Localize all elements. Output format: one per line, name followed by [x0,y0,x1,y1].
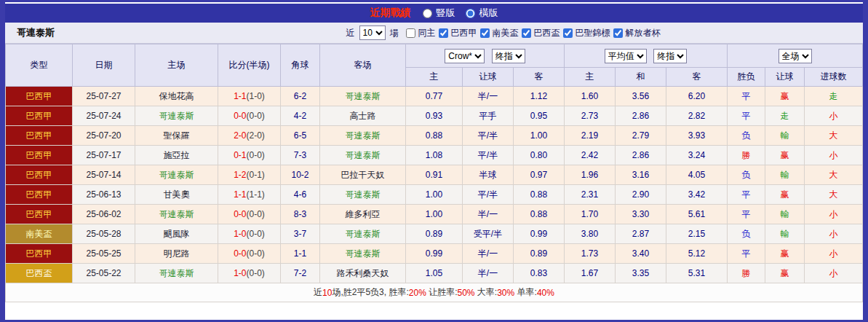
table-row: 巴西甲25-07-14哥連泰斯1-2(0-1)10-2巴拉干天奴0.91半球0.… [6,165,863,185]
away-odds-cell: 1.12 [514,87,565,106]
home-team-cell[interactable]: 保地花高 [135,87,218,106]
corner-cell: 10-2 [281,165,320,185]
home-team-cell[interactable]: 聖保羅 [135,126,218,146]
home-odds-cell: 1.05 [406,264,463,283]
avg-away-odds-cell: 3.93 [666,126,728,146]
league-filter[interactable]: 解放者杯 [613,27,661,39]
goals-result-cell: 小 [805,264,863,283]
date-cell: 25-05-28 [73,224,135,244]
league-filter-label: 巴西甲 [451,27,477,39]
match-count-select[interactable]: 10 [359,25,386,40]
league-filter-checkbox[interactable] [406,28,415,38]
result-cell: 负 [728,126,765,146]
league-filter[interactable]: 巴聖錦標 [563,27,610,39]
league-filter-checkbox[interactable] [480,28,490,38]
league-filter-checkbox[interactable] [522,28,531,38]
score-cell: 0-0(0-0) [218,106,281,126]
home-team-cell[interactable]: 颶風隊 [135,224,218,244]
handicap-result-cell: 輸 [765,165,805,185]
league-cell: 巴西甲 [6,146,73,165]
result-cell: 平 [728,106,765,126]
goals-result-cell: 小 [805,106,863,126]
handicap-result-cell: 走 [765,106,805,126]
recent-results-panel: 近期戰績 豎版橫版 哥連泰斯 近 10 場 同主巴西甲南美盃巴西盃巴聖錦標解放者… [0,0,868,322]
filter-bar: 哥連泰斯 近 10 場 同主巴西甲南美盃巴西盃巴聖錦標解放者杯 [5,23,863,44]
away-odds-cell: 0.83 [514,264,565,283]
league-filter-checkbox[interactable] [563,28,573,38]
home-odds-cell: 1.00 [406,185,463,205]
away-team-cell[interactable]: 高士路 [320,106,406,126]
sub-header-avg-draw: 和 [616,68,666,87]
league-filter[interactable]: 南美盃 [480,27,519,39]
away-team-cell[interactable]: 哥連泰斯 [320,146,406,165]
halftime-score: (0-0) [247,248,265,259]
away-team-cell[interactable]: 路禾利桑天奴 [320,264,406,283]
home-odds-cell: 1.00 [406,205,463,224]
away-odds-cell: 0.97 [514,165,565,185]
odds-source-select[interactable]: Crow* [445,49,485,63]
handicap-result-cell: 輸 [765,126,805,146]
fulltime-score: 1-2 [234,170,246,180]
date-cell: 25-07-27 [73,87,135,106]
date-cell: 25-05-22 [73,264,135,283]
away-team-cell[interactable]: 巴拉干天奴 [320,165,406,185]
halftime-score: (0-1) [247,170,265,180]
date-cell: 25-07-20 [73,126,135,146]
odds-stage-select[interactable]: 终指 [492,49,525,63]
league-filter-label: 同主 [418,27,436,39]
league-filter-label: 巴西盃 [534,27,560,39]
col-header-corner: 角球 [281,44,320,87]
odds-group-header: Crow* 终指 [406,44,565,68]
layout-radio[interactable] [423,9,432,18]
handicap-cell: 平/半 [463,185,514,205]
away-team-cell[interactable]: 哥連泰斯 [320,224,406,244]
league-filter-checkboxes: 同主巴西甲南美盃巴西盃巴聖錦標解放者杯 [403,27,661,39]
table-row: 巴西甲25-06-02哥連泰斯0-0(0-0)8-3維多利亞1.00半/一0.8… [6,205,863,224]
home-team-cell[interactable]: 哥連泰斯 [135,205,218,224]
table-row: 巴西盃25-05-22哥連泰斯1-0(0-0)7-2路禾利桑天奴1.05半/一0… [6,264,863,283]
home-team-cell[interactable]: 哥連泰斯 [135,165,218,185]
goals-result-cell: 小 [805,205,863,224]
fulltime-score: 0-1 [234,150,246,160]
away-odds-cell: 0.89 [514,244,565,264]
avg-away-odds-cell: 2.15 [666,224,728,244]
layout-option-label: 豎版 [437,7,455,20]
away-team-cell[interactable]: 哥連泰斯 [320,185,406,205]
away-team-cell[interactable]: 哥連泰斯 [320,244,406,264]
summary-bar: 近10场,胜2平5负3, 胜率:20% 让胜率:50% 大率:30% 单率:40… [5,283,863,302]
league-filter[interactable]: 同主 [406,27,436,39]
avg-draw-odds-cell: 2.86 [616,106,666,126]
away-team-cell[interactable]: 哥連泰斯 [320,87,406,106]
corner-cell: 7-2 [281,264,320,283]
home-team-cell[interactable]: 哥連泰斯 [135,106,218,126]
avg-home-odds-cell: 2.19 [565,126,616,146]
result-scope-select[interactable]: 全场 [779,49,812,63]
layout-option[interactable]: 橫版 [466,7,498,20]
corner-cell: 1-1 [281,244,320,264]
league-cell: 巴西甲 [6,185,73,205]
date-cell: 25-05-25 [73,244,135,264]
away-team-cell[interactable]: 哥連泰斯 [320,126,406,146]
league-filter[interactable]: 巴西甲 [439,27,477,39]
home-team-cell[interactable]: 甘美奧 [135,185,218,205]
layout-radio[interactable] [466,9,475,18]
handicap-result-cell: 赢 [765,185,805,205]
table-row: 巴西甲25-06-13甘美奧1-1(1-1)4-6哥連泰斯1.00平/半0.88… [6,185,863,205]
halftime-score: (2-0) [247,130,265,141]
avg-draw-odds-cell: 2.79 [616,126,666,146]
home-team-cell[interactable]: 哥連泰斯 [135,264,218,283]
home-team-cell[interactable]: 明尼路 [135,244,218,264]
layout-option[interactable]: 豎版 [423,7,455,20]
fulltime-score: 1-0 [234,268,246,278]
panel-title: 近期戰績 [370,7,411,20]
layout-option-label: 橫版 [479,7,498,20]
away-team-cell[interactable]: 維多利亞 [320,205,406,224]
league-filter-checkbox[interactable] [439,28,448,38]
avg-home-odds-cell: 2.42 [565,146,616,165]
league-filter-checkbox[interactable] [613,28,623,38]
home-team-cell[interactable]: 施亞拉 [135,146,218,165]
avg-source-select[interactable]: 平均值 [605,49,647,63]
avg-stage-select[interactable]: 终指 [653,49,687,63]
league-filter[interactable]: 巴西盃 [522,27,560,39]
table-row: 巴西甲25-07-24哥連泰斯0-0(0-0)4-2高士路0.93平手0.952… [6,106,863,126]
